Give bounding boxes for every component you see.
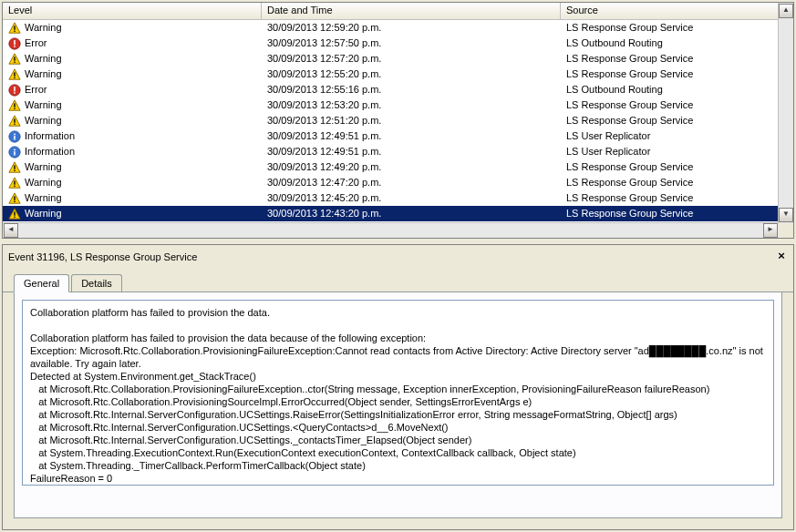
warning-icon	[8, 175, 25, 190]
svg-rect-34	[14, 196, 15, 200]
table-row[interactable]: Warning30/09/2013 12:59:20 p.m.LS Respon…	[3, 20, 793, 36]
level-text: Warning	[25, 206, 62, 221]
table-row[interactable]: Warning30/09/2013 12:43:20 p.m.LS Respon…	[3, 206, 793, 221]
info-icon	[8, 128, 25, 144]
tab-general[interactable]: General	[14, 274, 69, 292]
cell-date: 30/09/2013 12:55:20 p.m.	[262, 66, 561, 82]
level-text: Warning	[25, 113, 62, 128]
svg-rect-2	[14, 31, 15, 32]
level-text: Warning	[25, 66, 62, 82]
cell-source: LS User Replicator	[561, 144, 780, 159]
warning-icon	[8, 20, 25, 36]
cell-level: Error	[3, 82, 262, 97]
svg-rect-20	[14, 124, 15, 125]
level-text: Error	[25, 82, 47, 97]
cell-date: 30/09/2013 12:49:51 p.m.	[262, 144, 561, 159]
svg-rect-29	[14, 170, 15, 171]
table-row[interactable]: Warning30/09/2013 12:53:20 p.m.LS Respon…	[3, 97, 793, 113]
horizontal-scrollbar[interactable]: ◄ ►	[3, 222, 779, 238]
warning-icon	[8, 159, 25, 175]
table-row[interactable]: Warning30/09/2013 12:45:20 p.m.LS Respon…	[3, 190, 793, 206]
level-text: Warning	[25, 51, 62, 66]
table-row[interactable]: Warning30/09/2013 12:49:20 p.m.LS Respon…	[3, 159, 793, 175]
svg-rect-38	[14, 217, 15, 218]
svg-point-25	[14, 149, 16, 151]
cell-date: 30/09/2013 12:47:20 p.m.	[262, 175, 561, 190]
svg-rect-1	[14, 26, 15, 29]
scroll-up-arrow-icon[interactable]: ▲	[779, 4, 793, 18]
table-row[interactable]: Warning30/09/2013 12:51:20 p.m.LS Respon…	[3, 113, 793, 128]
svg-rect-16	[14, 103, 15, 107]
warning-icon	[8, 66, 25, 82]
tab-details[interactable]: Details	[71, 274, 122, 292]
table-row[interactable]: Information30/09/2013 12:49:51 p.m.LS Us…	[3, 144, 793, 159]
warning-icon	[8, 113, 25, 128]
scroll-down-arrow-icon[interactable]: ▼	[779, 208, 793, 222]
level-text: Warning	[25, 190, 62, 206]
svg-point-22	[14, 134, 16, 136]
warning-icon	[8, 51, 25, 66]
cell-source: LS Response Group Service	[561, 206, 780, 221]
level-text: Warning	[25, 97, 62, 113]
table-row[interactable]: Warning30/09/2013 12:47:20 p.m.LS Respon…	[3, 175, 793, 190]
table-row[interactable]: Information30/09/2013 12:49:51 p.m.LS Us…	[3, 128, 793, 144]
column-header-date[interactable]: Date and Time	[262, 3, 561, 19]
event-description-text[interactable]: Collaboration platform has failed to pro…	[22, 300, 774, 486]
column-header-source[interactable]: Source	[561, 3, 780, 19]
svg-rect-31	[14, 180, 15, 184]
svg-rect-13	[14, 87, 16, 91]
cell-date: 30/09/2013 12:57:50 p.m.	[262, 36, 561, 51]
level-text: Warning	[25, 175, 62, 190]
cell-source: LS Response Group Service	[561, 190, 780, 206]
tab-page-general: Collaboration platform has failed to pro…	[14, 292, 782, 518]
svg-rect-7	[14, 56, 15, 60]
vertical-scrollbar[interactable]: ▲ ▼	[778, 3, 793, 223]
cell-source: LS Response Group Service	[561, 20, 780, 36]
cell-source: LS Response Group Service	[561, 113, 780, 128]
level-text: Information	[25, 128, 75, 144]
cell-date: 30/09/2013 12:43:20 p.m.	[262, 206, 561, 221]
column-header-level[interactable]: Level	[3, 3, 262, 19]
table-row[interactable]: Warning30/09/2013 12:57:20 p.m.LS Respon…	[3, 51, 793, 66]
scroll-left-arrow-icon[interactable]: ◄	[4, 223, 18, 238]
event-rows: Warning30/09/2013 12:59:20 p.m.LS Respon…	[3, 20, 793, 238]
cell-level: Warning	[3, 159, 262, 175]
warning-icon	[8, 97, 25, 113]
svg-rect-23	[14, 136, 16, 139]
cell-source: LS User Replicator	[561, 128, 780, 144]
cell-level: Information	[3, 128, 262, 144]
close-icon[interactable]: ×	[775, 251, 788, 263]
detail-tabs: General Details	[3, 269, 793, 292]
cell-level: Warning	[3, 66, 262, 82]
cell-level: Warning	[3, 20, 262, 36]
cell-source: LS Outbound Routing	[561, 82, 780, 97]
cell-source: LS Response Group Service	[561, 97, 780, 113]
scroll-right-arrow-icon[interactable]: ►	[763, 223, 778, 238]
scroll-corner	[779, 223, 793, 238]
cell-level: Warning	[3, 190, 262, 206]
level-text: Error	[25, 36, 47, 51]
cell-date: 30/09/2013 12:49:51 p.m.	[262, 128, 561, 144]
svg-rect-10	[14, 72, 15, 76]
level-text: Warning	[25, 20, 62, 36]
error-icon	[8, 82, 25, 97]
event-list-panel: Level Date and Time Source Warning30/09/…	[2, 2, 794, 239]
cell-source: LS Outbound Routing	[561, 36, 780, 51]
event-detail-panel: Event 31196, LS Response Group Service ×…	[2, 244, 794, 530]
info-icon	[8, 144, 25, 159]
cell-date: 30/09/2013 12:53:20 p.m.	[262, 97, 561, 113]
detail-title: Event 31196, LS Response Group Service	[8, 251, 775, 262]
svg-rect-4	[14, 40, 16, 45]
cell-date: 30/09/2013 12:51:20 p.m.	[262, 113, 561, 128]
table-row[interactable]: Warning30/09/2013 12:55:20 p.m.LS Respon…	[3, 66, 793, 82]
svg-rect-32	[14, 186, 15, 187]
cell-level: Warning	[3, 97, 262, 113]
column-header-row: Level Date and Time Source	[3, 3, 793, 20]
cell-date: 30/09/2013 12:45:20 p.m.	[262, 190, 561, 206]
table-row[interactable]: Error30/09/2013 12:55:16 p.m.LS Outbound…	[3, 82, 793, 97]
svg-rect-37	[14, 211, 15, 215]
table-row[interactable]: Error30/09/2013 12:57:50 p.m.LS Outbound…	[3, 36, 793, 51]
level-text: Information	[25, 144, 75, 159]
svg-rect-17	[14, 108, 15, 109]
svg-rect-8	[14, 62, 15, 63]
